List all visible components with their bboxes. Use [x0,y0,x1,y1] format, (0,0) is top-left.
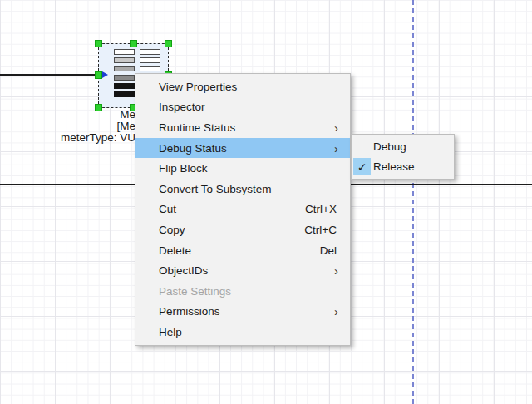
menu-item-label: Help [159,326,340,338]
context-menu: View Properties Inspector Runtime Status… [135,73,351,346]
selection-handle[interactable] [130,40,137,47]
meter-bar [114,66,135,71]
check-icon: ✓ [353,158,371,175]
menu-item-label: Paste Settings [159,285,340,298]
submenu-chevron-icon: › [334,264,340,277]
meter-bar [140,57,160,63]
menu-item-label: Flip Block [159,162,340,175]
debug-status-submenu: Debug ✓ Release [351,134,455,180]
selection-handle[interactable] [165,40,172,47]
menu-item-paste-settings: Paste Settings [135,281,350,302]
block-name-line1[interactable]: Me [120,109,135,121]
menu-item-label: Debug Status [159,142,334,155]
check-placeholder [353,138,371,155]
menu-item-help[interactable]: Help [135,322,350,342]
selection-handle[interactable] [95,40,102,47]
menu-item-flip-block[interactable]: Flip Block [135,158,350,179]
menu-item-shortcut: Ctrl+X [305,203,340,215]
selection-handle[interactable] [95,104,102,111]
menu-item-label: Copy [159,224,294,236]
menu-item-copy[interactable]: Copy Ctrl+C [135,219,350,240]
menu-item-label: Permissions [159,305,334,318]
submenu-item-label: Debug [373,140,406,153]
page-boundary-guide [412,0,414,404]
block-name-line2[interactable]: [Me [116,121,135,132]
meter-bar [140,66,160,71]
meter-bar [114,57,135,63]
menu-item-permissions[interactable]: Permissions › [135,302,350,323]
diagram-canvas[interactable]: Me [Me meterType: VU View Properties Ins… [0,0,532,404]
menu-item-runtime-status[interactable]: Runtime Status › [135,117,350,138]
meter-bar [114,91,135,97]
menu-item-label: Convert To Subsystem [159,183,340,195]
selection-handle[interactable] [95,71,102,79]
menu-item-delete[interactable]: Delete Del [135,240,350,261]
menu-item-label: ObjectIDs [159,264,334,277]
menu-item-objectids[interactable]: ObjectIDs › [135,260,350,281]
menu-item-label: Inspector [159,101,340,113]
meter-bar [140,49,160,55]
menu-item-shortcut: Ctrl+C [304,224,340,236]
menu-item-label: Cut [159,203,295,215]
menu-item-inspector[interactable]: Inspector [135,97,350,118]
checkmark-glyph: ✓ [357,160,367,174]
menu-item-label: Runtime Status [159,121,334,134]
menu-item-label: View Properties [159,81,340,93]
menu-item-debug-status[interactable]: Debug Status › [135,138,350,159]
menu-item-view-properties[interactable]: View Properties [135,76,350,97]
submenu-item-debug[interactable]: Debug [352,136,454,157]
submenu-chevron-icon: › [334,142,340,155]
block-annotation-metertype[interactable]: meterType: VU [61,132,135,144]
meter-bar [114,49,135,55]
menu-item-convert-to-subsystem[interactable]: Convert To Subsystem [135,179,350,200]
input-port-arrow [102,71,108,78]
menu-item-shortcut: Del [320,244,340,257]
meter-bar [114,83,135,89]
submenu-chevron-icon: › [334,305,340,318]
submenu-chevron-icon: › [334,121,340,134]
menu-item-label: Delete [159,244,310,257]
meter-bar [114,75,135,81]
submenu-item-label: Release [373,160,415,173]
menu-item-cut[interactable]: Cut Ctrl+X [135,200,350,220]
input-signal-wire[interactable] [0,74,96,76]
submenu-item-release[interactable]: ✓ Release [352,157,454,178]
